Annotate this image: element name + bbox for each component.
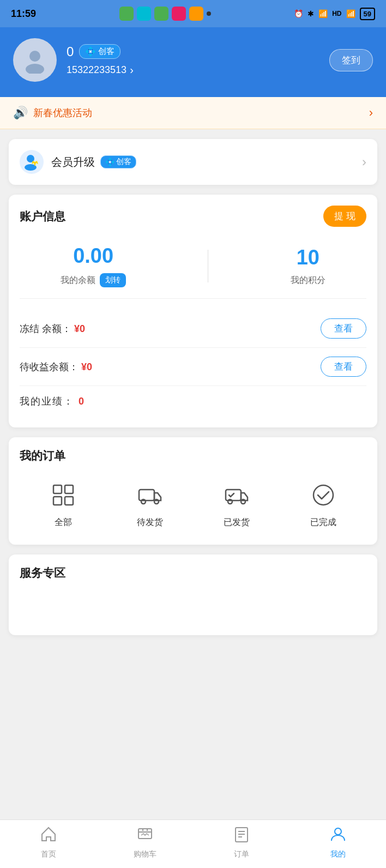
- svg-point-23: [335, 828, 341, 835]
- all-orders-label: 全部: [55, 517, 72, 528]
- account-title: 账户信息: [20, 209, 65, 224]
- cart-label: 购物车: [134, 849, 156, 859]
- points-label: 我的积分: [291, 275, 325, 286]
- app-icon-3: [154, 7, 168, 21]
- svg-point-14: [241, 499, 245, 504]
- speaker-icon: 🔊: [13, 106, 28, 120]
- order-item-shipped[interactable]: 已发货: [221, 480, 252, 528]
- banner-chevron-icon: ›: [369, 106, 373, 120]
- account-card-header: 账户信息 提 现: [20, 206, 366, 227]
- nav-item-home[interactable]: 首页: [0, 825, 96, 859]
- pending-balance-row: 待收益余额： ¥0 查看: [20, 348, 366, 386]
- svg-point-13: [228, 499, 232, 504]
- points-value: 10: [297, 246, 319, 269]
- header-user-section[interactable]: 0 💠 创客 15322233513 ›: [13, 38, 134, 82]
- pending-label: 待收益余额： ¥0: [20, 360, 92, 373]
- wifi-icon: 📶: [318, 9, 328, 18]
- frozen-balance-row: 冻结 余额： ¥0 查看: [20, 310, 366, 348]
- all-orders-icon: [48, 480, 79, 510]
- user-info: 0 💠 创客 15322233513 ›: [67, 44, 134, 76]
- svg-point-11: [154, 499, 159, 504]
- service-section: 服务专区: [9, 554, 377, 635]
- service-content-placeholder: [20, 592, 366, 624]
- profile-header: 0 💠 创客 15322233513 › 签到: [0, 27, 386, 97]
- avatar-image: [21, 46, 49, 74]
- bluetooth-icon: ✱: [307, 9, 314, 18]
- vip-badge: 💠 创客: [79, 44, 120, 59]
- balance-value: 0.00: [73, 244, 113, 268]
- svg-rect-16: [138, 829, 152, 839]
- status-app-icons: [119, 7, 211, 21]
- balance-label: 我的余额 划转: [61, 273, 126, 287]
- phone-row[interactable]: 15322233513 ›: [67, 64, 134, 76]
- app-icon-4: [172, 7, 186, 21]
- member-star-icon: [23, 153, 40, 171]
- orders-section: 我的订单 全部: [9, 437, 377, 545]
- nav-item-profile[interactable]: 我的: [290, 825, 386, 859]
- member-badge-label: 创客: [116, 157, 131, 167]
- pending-ship-icon: [135, 480, 165, 510]
- frozen-amount: ¥0: [74, 323, 85, 334]
- pending-view-button[interactable]: 查看: [321, 357, 366, 377]
- user-points: 0: [67, 44, 74, 59]
- alarm-icon: ⏰: [294, 9, 303, 18]
- banner-text: 新春优惠活动: [33, 106, 92, 119]
- status-bar: 11:59 ⏰ ✱ 📶 HD 📶 59: [0, 0, 386, 27]
- order-item-all[interactable]: 全部: [48, 480, 79, 528]
- phone-number: 15322233513: [67, 64, 126, 76]
- frozen-label: 冻结 余额： ¥0: [20, 322, 85, 335]
- member-upgrade-card[interactable]: 会员升级 💠 创客 ›: [9, 139, 377, 185]
- withdraw-button[interactable]: 提 现: [323, 206, 366, 227]
- svg-rect-8: [65, 497, 73, 505]
- user-top-row: 0 💠 创客: [67, 44, 134, 59]
- shipped-label: 已发货: [224, 517, 250, 528]
- order-item-pending-ship[interactable]: 待发货: [135, 480, 165, 528]
- diamond-icon: 💠: [85, 46, 96, 57]
- transfer-button[interactable]: 划转: [100, 273, 126, 287]
- avatar[interactable]: [13, 38, 57, 82]
- svg-point-0: [29, 51, 40, 62]
- nav-item-cart[interactable]: 购物车: [96, 825, 193, 859]
- promo-banner[interactable]: 🔊 新春优惠活动 ›: [0, 97, 386, 129]
- profile-nav-label: 我的: [330, 849, 346, 859]
- vip-label: 创客: [98, 46, 114, 57]
- frozen-view-button[interactable]: 查看: [321, 318, 366, 339]
- home-icon: [40, 825, 57, 847]
- points-item: 10 我的积分: [291, 246, 325, 286]
- service-title: 服务专区: [20, 565, 366, 581]
- nav-item-orders[interactable]: 订单: [193, 825, 290, 859]
- completed-icon: [308, 480, 339, 510]
- orders-nav-icon: [233, 825, 250, 847]
- account-info-card: 账户信息 提 现 0.00 我的余额 划转 10 我的积分 冻结 余额： ¥0: [9, 195, 377, 427]
- svg-rect-9: [139, 490, 154, 501]
- performance-row: 我的业绩： 0: [20, 386, 366, 417]
- svg-rect-12: [226, 490, 241, 501]
- balance-row: 0.00 我的余额 划转 10 我的积分: [20, 236, 366, 299]
- cart-icon: [136, 825, 154, 847]
- member-chevron-icon: ›: [362, 154, 366, 170]
- svg-point-10: [141, 499, 146, 504]
- svg-rect-6: [65, 485, 73, 493]
- balance-item: 0.00 我的余额 划转: [61, 244, 126, 287]
- performance-label: 我的业绩：: [20, 395, 74, 408]
- signal-icon: 📶: [346, 9, 355, 18]
- app-icon-2: [137, 7, 151, 21]
- battery-indicator: 59: [360, 8, 375, 20]
- member-icon: [20, 150, 44, 174]
- banner-content: 🔊 新春优惠活动: [13, 106, 92, 120]
- status-time: 11:59: [11, 8, 36, 20]
- member-diamond-icon: 💠: [105, 158, 114, 166]
- signin-button[interactable]: 签到: [329, 49, 373, 71]
- svg-point-15: [313, 485, 333, 505]
- shipped-icon: [221, 480, 252, 510]
- home-label: 首页: [41, 849, 56, 859]
- pending-amount: ¥0: [81, 361, 92, 372]
- order-item-completed[interactable]: 已完成: [308, 480, 339, 528]
- svg-rect-7: [53, 497, 62, 505]
- performance-value: 0: [79, 396, 84, 407]
- app-icon-5: [189, 7, 203, 21]
- svg-rect-5: [53, 485, 62, 493]
- orders-nav-label: 订单: [234, 849, 249, 859]
- profile-nav-icon: [329, 825, 347, 847]
- member-left: 会员升级 💠 创客: [20, 150, 136, 174]
